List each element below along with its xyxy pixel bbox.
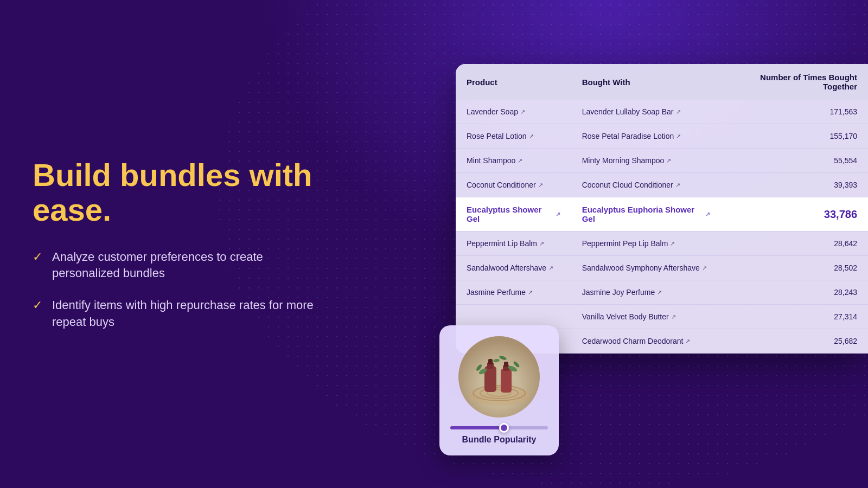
cell-bought-with: Jasmine Joy Perfume ↗ <box>571 280 721 305</box>
left-panel: Build bundles with ease. ✓ Analyze custo… <box>33 158 326 331</box>
cell-count: 39,393 <box>721 173 868 197</box>
cell-product: Sandalwood Aftershave ↗ <box>456 256 571 280</box>
slider-fill <box>450 426 504 429</box>
cell-count: 27,314 <box>721 305 868 329</box>
cell-product: Lavender Soap ↗ <box>456 100 571 124</box>
cell-product: Coconut Conditioner ↗ <box>456 173 571 197</box>
feature-list: ✓ Analyze customer preferences to create… <box>33 248 326 330</box>
cell-bought-with: Coconut Cloud Conditioner ↗ <box>571 173 721 197</box>
cell-product: Jasmine Perfume ↗ <box>456 280 571 305</box>
cell-count: 171,563 <box>721 100 868 124</box>
table-row: Rose Petal Lotion ↗Rose Petal Paradise L… <box>456 124 868 149</box>
cell-bought-with: Cedarwood Charm Deodorant ↗ <box>571 329 721 354</box>
cell-bought-with: Eucalyptus Euphoria Shower Gel ↗ <box>571 197 721 232</box>
cell-count: 28,642 <box>721 232 868 256</box>
col-header-product: Product <box>456 64 571 100</box>
svg-rect-9 <box>504 362 508 367</box>
slider-container <box>450 426 548 429</box>
table-header-row: Product Bought With Number of Times Boug… <box>456 64 868 100</box>
cell-product: Mint Shampoo ↗ <box>456 149 571 173</box>
table-row: Mint Shampoo ↗Minty Morning Shampoo ↗55,… <box>456 149 868 173</box>
cell-count: 25,682 <box>721 329 868 354</box>
feature-text-1: Analyze customer preferences to create p… <box>52 248 326 282</box>
cell-bought-with: Peppermint Pep Lip Balm ↗ <box>571 232 721 256</box>
slider-thumb[interactable] <box>499 423 509 433</box>
list-item: ✓ Identify items with high repurchase ra… <box>33 297 326 331</box>
cell-bought-with: Rose Petal Paradise Lotion ↗ <box>571 124 721 149</box>
bundle-popularity-card: Bundle Popularity <box>439 325 559 455</box>
bundle-image <box>458 336 540 418</box>
bundle-popularity-label: Bundle Popularity <box>462 435 537 445</box>
svg-rect-6 <box>488 359 493 364</box>
data-table: Product Bought With Number of Times Boug… <box>456 64 868 354</box>
bundle-product-illustration <box>464 342 534 412</box>
table-row: Sandalwood Aftershave ↗Sandalwood Sympho… <box>456 256 868 280</box>
slider-track <box>450 426 548 429</box>
table-row: Jasmine Perfume ↗Jasmine Joy Perfume ↗28… <box>456 280 868 305</box>
cell-bought-with: Minty Morning Shampoo ↗ <box>571 149 721 173</box>
table-row: Peppermint Lip Balm ↗Peppermint Pep Lip … <box>456 232 868 256</box>
cell-bought-with: Lavender Lullaby Soap Bar ↗ <box>571 100 721 124</box>
checkmark-icon: ✓ <box>33 298 42 312</box>
table-row: Eucalyptus Shower Gel ↗Eucalyptus Euphor… <box>456 197 868 232</box>
cell-count: 155,170 <box>721 124 868 149</box>
cell-count: 28,502 <box>721 256 868 280</box>
col-header-count: Number of Times Bought Together <box>721 64 868 100</box>
list-item: ✓ Analyze customer preferences to create… <box>33 248 326 282</box>
cell-bought-with: Vanilla Velvet Body Butter ↗ <box>571 305 721 329</box>
right-panel: Product Bought With Number of Times Boug… <box>423 0 868 488</box>
cell-product: Rose Petal Lotion ↗ <box>456 124 571 149</box>
cell-product: Eucalyptus Shower Gel ↗ <box>456 197 571 232</box>
table-row: Lavender Soap ↗Lavender Lullaby Soap Bar… <box>456 100 868 124</box>
cell-bought-with: Sandalwood Symphony Aftershave ↗ <box>571 256 721 280</box>
cell-count: 55,554 <box>721 149 868 173</box>
svg-point-15 <box>499 355 507 361</box>
feature-text-2: Identify items with high repurchase rate… <box>52 297 326 331</box>
svg-rect-7 <box>501 369 512 393</box>
table-card: Product Bought With Number of Times Boug… <box>456 64 868 354</box>
headline: Build bundles with ease. <box>33 158 326 227</box>
cell-count: 33,786 <box>721 197 868 232</box>
col-header-bought-with: Bought With <box>571 64 721 100</box>
checkmark-icon: ✓ <box>33 249 42 264</box>
cell-count: 28,243 <box>721 280 868 305</box>
svg-point-14 <box>493 358 500 363</box>
table-row: Coconut Conditioner ↗Coconut Cloud Condi… <box>456 173 868 197</box>
cell-product: Peppermint Lip Balm ↗ <box>456 232 571 256</box>
